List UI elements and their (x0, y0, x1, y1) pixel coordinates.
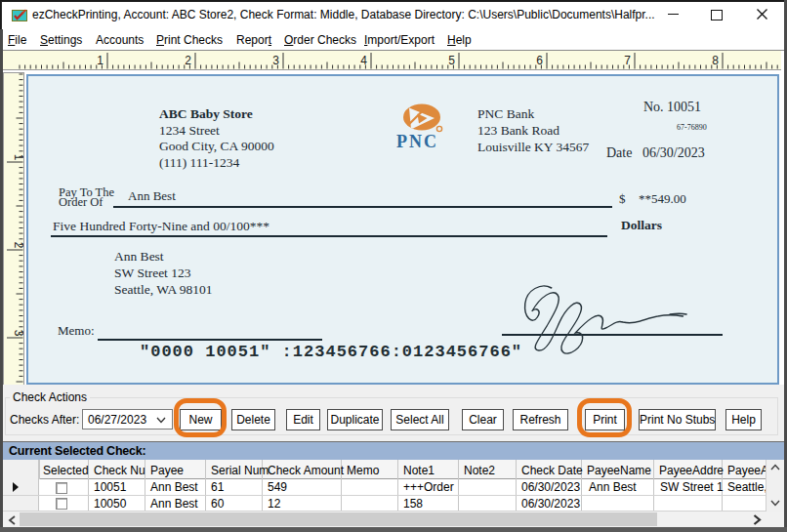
svg-text:2: 2 (185, 54, 191, 67)
svg-text:4: 4 (360, 54, 367, 67)
svg-text:2: 2 (12, 242, 24, 249)
svg-text:7: 7 (624, 54, 631, 67)
svg-text:6: 6 (536, 54, 543, 67)
svg-text:3: 3 (272, 54, 279, 67)
svg-text:8: 8 (712, 54, 719, 67)
svg-text:1: 1 (12, 154, 24, 161)
svg-text:3: 3 (12, 330, 24, 337)
svg-text:5: 5 (448, 54, 455, 67)
svg-text:1: 1 (97, 54, 104, 67)
